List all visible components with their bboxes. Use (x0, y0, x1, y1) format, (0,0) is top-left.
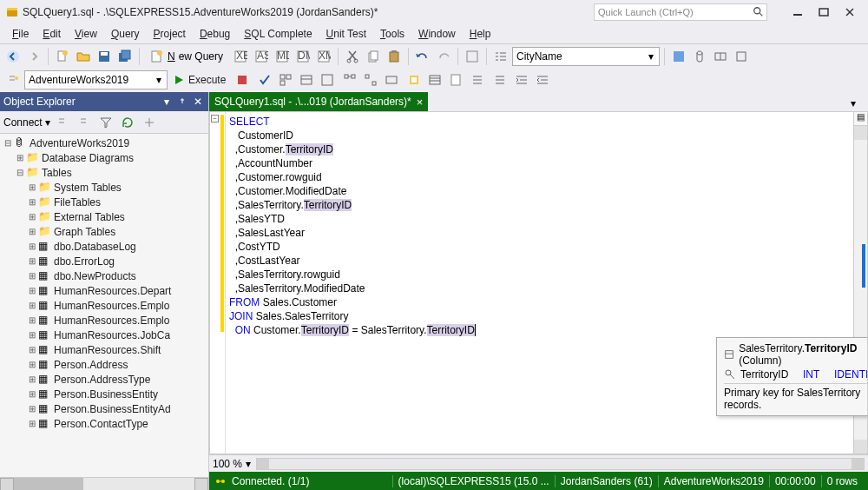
menu-unittest[interactable]: Unit Test (319, 26, 373, 42)
tree-node[interactable]: ⊞📁Database Diagrams (2, 150, 207, 165)
menu-window[interactable]: Window (411, 26, 463, 42)
tabs-dropdown-icon[interactable]: ▾ (851, 97, 865, 111)
zoom-dropdown[interactable]: ▾ (246, 458, 251, 470)
tb-btn-4[interactable]: DMX (293, 47, 312, 66)
menu-help[interactable]: Help (463, 26, 498, 42)
tb-btn-c[interactable] (669, 47, 688, 66)
tb-btn-d[interactable] (690, 47, 709, 66)
menu-query[interactable]: Query (104, 26, 147, 42)
tree-node[interactable]: ⊞📁External Tables (2, 209, 207, 224)
tb2-a[interactable] (297, 70, 316, 89)
tb2-e[interactable] (382, 70, 401, 89)
uncomment-button[interactable] (490, 70, 509, 89)
tree-node[interactable]: ⊞▦Person.ContactType (2, 416, 207, 431)
scroll-down-button[interactable] (854, 440, 867, 454)
tree-node[interactable]: ⊞▦dbo.ErrorLog (2, 254, 207, 268)
outdent-button[interactable] (533, 70, 552, 89)
pin-icon[interactable] (175, 95, 189, 109)
objexp-tree[interactable]: ⊟🛢AdventureWorks2019⊞📁Database Diagrams⊟… (0, 134, 208, 477)
expand-icon[interactable]: ⊞ (26, 344, 38, 356)
tb-btn-5[interactable]: XMLA (314, 47, 333, 66)
tab-close-icon[interactable]: × (417, 96, 424, 109)
expand-icon[interactable]: ⊞ (26, 315, 38, 327)
tb2-d[interactable] (361, 70, 380, 89)
menu-edit[interactable]: Edit (36, 26, 68, 42)
new-query-button[interactable]: NNew Queryew Query (144, 47, 229, 66)
tree-node[interactable]: ⊞▦HumanResources.Emplo (2, 313, 207, 328)
expand-icon[interactable]: ⊞ (26, 418, 38, 430)
expand-icon[interactable]: ⊞ (26, 329, 38, 341)
objexp-hscroll[interactable] (0, 477, 208, 490)
menu-project[interactable]: Project (147, 26, 193, 42)
quick-launch-input[interactable]: Quick Launch (Ctrl+Q) (594, 3, 767, 21)
paste-button[interactable] (385, 47, 404, 66)
tb2-g[interactable] (425, 70, 444, 89)
tb2-b[interactable] (318, 70, 337, 89)
tree-node[interactable]: ⊞▦Person.AddressType (2, 372, 207, 387)
menu-debug[interactable]: Debug (193, 26, 237, 42)
combo-database[interactable]: AdventureWorks2019 ▾ (24, 70, 168, 89)
tree-node[interactable]: ⊞▦HumanResources.Depart (2, 283, 207, 298)
objexp-tb-1[interactable] (53, 113, 72, 132)
refresh-icon[interactable] (118, 113, 137, 132)
change-conn-button[interactable] (3, 70, 23, 89)
expand-icon[interactable]: ⊞ (26, 241, 38, 253)
tb2-h[interactable] (446, 70, 465, 89)
save-button[interactable] (95, 47, 114, 66)
expand-icon[interactable]: ⊞ (26, 226, 38, 238)
tree-node[interactable]: ⊞📁System Tables (2, 180, 207, 195)
menu-view[interactable]: View (68, 26, 104, 42)
expand-icon[interactable]: ⊞ (14, 152, 26, 164)
stop-button[interactable] (233, 70, 252, 89)
redo-button[interactable] (434, 47, 453, 66)
tree-node[interactable]: ⊟🛢AdventureWorks2019 (2, 136, 207, 150)
comment-button[interactable] (469, 70, 488, 89)
expand-icon[interactable]: ⊞ (26, 285, 38, 297)
tb-btn-2[interactable]: AS (252, 47, 271, 66)
open-button[interactable] (74, 47, 93, 66)
filter-icon[interactable] (96, 113, 115, 132)
menu-sqlcomplete[interactable]: SQL Complete (237, 26, 319, 42)
editor-vscroll[interactable]: ▤ (853, 112, 867, 454)
expand-icon[interactable]: ⊞ (26, 359, 38, 371)
tab-active[interactable]: SQLQuery1.sql - .\...019 (JordanSanders)… (209, 92, 428, 111)
tree-node[interactable]: ⊞📁FileTables (2, 195, 207, 209)
tb-btn-e[interactable] (711, 47, 730, 66)
tree-node[interactable]: ⊞▦Person.BusinessEntity (2, 387, 207, 401)
cut-button[interactable] (343, 47, 362, 66)
quick-launch[interactable]: Quick Launch (Ctrl+Q) (594, 3, 767, 21)
menu-tools[interactable]: Tools (373, 26, 411, 42)
objexp-tb-2[interactable] (75, 113, 94, 132)
code-editor[interactable]: − SELECT CustomerID ,Customer.TerritoryI… (209, 111, 868, 454)
close-button[interactable] (837, 3, 863, 21)
zoom-value[interactable]: 100 % (213, 458, 242, 470)
tree-node[interactable]: ⊞▦dbo.DatabaseLog (2, 239, 207, 254)
undo-button[interactable] (413, 47, 432, 66)
new-item-button[interactable] (53, 47, 72, 66)
tb-btn-a[interactable] (463, 47, 482, 66)
objexp-tb-3[interactable] (140, 113, 159, 132)
plan-button[interactable] (276, 70, 295, 89)
editor-hscroll[interactable] (256, 458, 865, 470)
tb-btn-f[interactable] (732, 47, 751, 66)
tb2-c[interactable] (340, 70, 359, 89)
tree-node[interactable]: ⊟📁Tables (2, 165, 207, 180)
expand-icon[interactable]: ⊞ (26, 196, 38, 209)
expand-icon[interactable]: ⊞ (26, 403, 38, 415)
tb-btn-3[interactable]: MDX (273, 47, 292, 66)
objexp-dropdown-icon[interactable]: ▾ (160, 95, 174, 109)
saveall-button[interactable] (115, 47, 135, 66)
scroll-right-button[interactable] (194, 478, 208, 490)
scroll-left-button[interactable] (0, 478, 14, 490)
split-button[interactable]: ▤ (854, 112, 867, 126)
menu-file[interactable]: File (5, 26, 36, 42)
nav-fwd-button[interactable] (24, 47, 43, 66)
copy-button[interactable] (364, 47, 383, 66)
expand-icon[interactable]: ⊞ (26, 255, 38, 268)
parse-button[interactable] (255, 70, 274, 89)
maximize-button[interactable] (811, 3, 837, 21)
fold-icon[interactable]: − (211, 115, 219, 122)
expand-icon[interactable]: ⊞ (26, 374, 38, 386)
scroll-up-button[interactable] (854, 126, 867, 140)
minimize-button[interactable] (785, 3, 811, 21)
